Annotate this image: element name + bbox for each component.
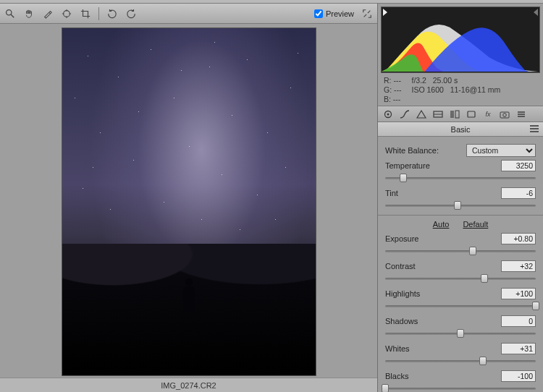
preview-checkbox-label: Preview: [326, 9, 354, 18]
whites-row: Whites: [385, 343, 536, 354]
contrast-value[interactable]: [501, 260, 536, 272]
svg-rect-12: [455, 111, 459, 118]
highlights-value[interactable]: [501, 288, 536, 299]
shadows-slider[interactable]: [385, 328, 536, 338]
readout-b: B: ---: [384, 95, 402, 104]
readout-aperture: f/3.2: [412, 76, 426, 85]
adjustments-panel: R: --- G: --- B: --- f/3.2 25.00 s ISO 1…: [378, 4, 543, 392]
svg-line-1: [11, 14, 14, 17]
rotate-cw-icon[interactable]: [125, 8, 137, 20]
highlights-row: Highlights: [385, 288, 536, 299]
contrast-label: Contrast: [385, 262, 501, 270]
toolbar-separator: [98, 7, 99, 20]
tab-hsl-icon[interactable]: [432, 109, 444, 119]
readout-g: G: ---: [384, 85, 402, 95]
tab-detail-icon[interactable]: [416, 109, 427, 119]
contrast-row: Contrast: [385, 260, 536, 272]
tab-camera-icon[interactable]: [499, 109, 510, 119]
tab-lens-icon[interactable]: [466, 109, 477, 119]
svg-rect-13: [468, 111, 475, 117]
svg-point-8: [387, 113, 390, 115]
tint-slider[interactable]: [385, 200, 536, 210]
top-toolbar: Preview: [0, 4, 377, 24]
whites-value[interactable]: [501, 343, 536, 354]
tint-label: Tint: [385, 189, 501, 197]
svg-rect-14: [500, 112, 509, 118]
readout-lens: 11-16@11 mm: [450, 85, 501, 94]
white-balance-label: White Balance:: [385, 146, 466, 155]
exposure-value[interactable]: [501, 233, 536, 244]
zoom-tool-icon[interactable]: [4, 8, 16, 20]
rotate-ccw-icon[interactable]: [106, 8, 118, 20]
filename-label: IMG_0274.CR2: [161, 381, 216, 390]
filename-bar: IMG_0274.CR2: [0, 378, 377, 392]
auto-default-row: Auto Default: [385, 220, 536, 229]
tint-value[interactable]: [501, 187, 536, 199]
blacks-row: Blacks: [385, 370, 536, 382]
exposure-label: Exposure: [385, 234, 501, 243]
svg-point-0: [7, 9, 12, 14]
fullscreen-icon[interactable]: [361, 8, 373, 20]
temperature-label: Temperature: [385, 161, 501, 170]
divider: [378, 215, 543, 216]
shadows-row: Shadows: [385, 315, 536, 327]
info-readout: R: --- G: --- B: --- f/3.2 25.00 s ISO 1…: [378, 73, 543, 106]
whites-slider[interactable]: [385, 356, 536, 366]
preview-column: Preview: [0, 4, 378, 392]
white-balance-tool-icon[interactable]: [42, 8, 54, 20]
panel-title-bar: Basic: [378, 122, 543, 137]
readout-iso: ISO 1600: [412, 85, 444, 94]
tab-curve-icon[interactable]: [399, 109, 411, 119]
rgb-readout: R: --- G: --- B: ---: [384, 76, 402, 104]
readout-r: R: ---: [384, 76, 402, 85]
readout-shutter: 25.00 s: [433, 76, 458, 85]
blacks-label: Blacks: [385, 372, 501, 380]
temperature-slider[interactable]: [385, 173, 536, 183]
svg-rect-11: [450, 111, 454, 118]
tab-presets-icon[interactable]: [515, 109, 527, 119]
panel-title: Basic: [451, 125, 471, 134]
camera-raw-window: Preview: [0, 3, 543, 392]
basic-panel-body: White Balance: Custom Temperature Tint A…: [378, 137, 543, 392]
highlights-slider[interactable]: [385, 301, 536, 311]
histogram[interactable]: [381, 7, 540, 73]
photo-silhouette: [181, 278, 197, 313]
exif-readout: f/3.2 25.00 s ISO 1600 11-16@11 mm: [412, 76, 501, 104]
svg-point-2: [64, 10, 70, 17]
tab-basic-icon[interactable]: [382, 109, 394, 119]
tab-fx-icon[interactable]: fx: [482, 109, 494, 119]
auto-link[interactable]: Auto: [433, 220, 450, 229]
image-preview[interactable]: [62, 28, 316, 375]
shadows-label: Shadows: [385, 317, 501, 325]
hand-tool-icon[interactable]: [23, 8, 35, 20]
preview-area: [0, 24, 377, 378]
preview-checkbox-input[interactable]: [314, 9, 323, 18]
tab-split-icon[interactable]: [449, 109, 460, 119]
highlights-label: Highlights: [385, 289, 501, 298]
exposure-slider[interactable]: [385, 246, 536, 256]
default-link[interactable]: Default: [463, 220, 488, 229]
panel-tab-strip: fx: [378, 106, 543, 122]
white-balance-select[interactable]: Custom: [466, 144, 536, 157]
whites-label: Whites: [385, 344, 501, 353]
svg-point-15: [503, 113, 507, 116]
temperature-value[interactable]: [501, 160, 536, 171]
white-balance-row: White Balance: Custom: [385, 144, 536, 157]
contrast-slider[interactable]: [385, 273, 536, 284]
tint-row: Tint: [385, 187, 536, 199]
blacks-value[interactable]: [501, 370, 536, 382]
histogram-graph: [382, 7, 539, 72]
exposure-row: Exposure: [385, 233, 536, 244]
temperature-row: Temperature: [385, 160, 536, 171]
shadows-value[interactable]: [501, 315, 536, 327]
preview-checkbox[interactable]: Preview: [314, 9, 354, 18]
blacks-slider[interactable]: [385, 383, 536, 392]
crop-tool-icon[interactable]: [80, 8, 91, 20]
panel-menu-icon[interactable]: [530, 125, 539, 132]
color-sampler-icon[interactable]: [61, 8, 72, 20]
